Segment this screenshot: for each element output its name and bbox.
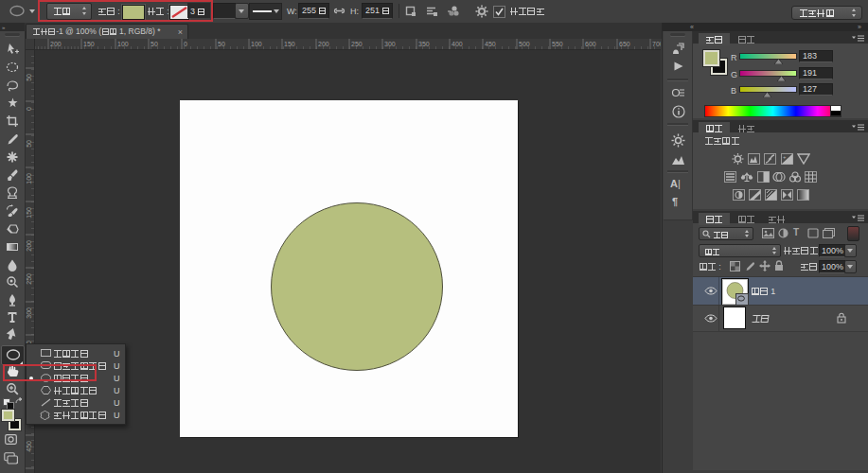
svg-text:50: 50 xyxy=(218,41,225,47)
svg-text:350: 350 xyxy=(418,41,430,47)
svg-text:50: 50 xyxy=(26,140,32,148)
svg-text:50: 50 xyxy=(151,41,158,47)
svg-text:100: 100 xyxy=(251,41,262,47)
svg-text:0: 0 xyxy=(184,41,187,47)
svg-text:300: 300 xyxy=(384,41,396,47)
svg-text:450: 450 xyxy=(26,441,32,452)
svg-text:200: 200 xyxy=(50,41,62,47)
svg-text:550: 550 xyxy=(552,41,563,47)
svg-text:600: 600 xyxy=(585,41,596,47)
svg-text:200: 200 xyxy=(318,41,329,47)
svg-text:650: 650 xyxy=(619,41,630,47)
svg-text:400: 400 xyxy=(452,41,463,47)
svg-text:100: 100 xyxy=(26,173,32,184)
svg-text:0: 0 xyxy=(26,107,32,111)
svg-text:150: 150 xyxy=(26,207,32,219)
svg-text:50: 50 xyxy=(26,74,32,81)
svg-text:+: + xyxy=(783,154,787,160)
svg-text:100: 100 xyxy=(117,41,129,47)
svg-text:450: 450 xyxy=(485,41,496,47)
svg-text:250: 250 xyxy=(26,273,32,285)
svg-text:700: 700 xyxy=(652,41,661,47)
svg-text:200: 200 xyxy=(26,240,32,252)
svg-text:500: 500 xyxy=(519,41,530,47)
svg-text:150: 150 xyxy=(83,41,95,47)
svg-text:250: 250 xyxy=(351,41,363,47)
svg-text:150: 150 xyxy=(284,41,295,47)
svg-text:300: 300 xyxy=(26,307,32,319)
